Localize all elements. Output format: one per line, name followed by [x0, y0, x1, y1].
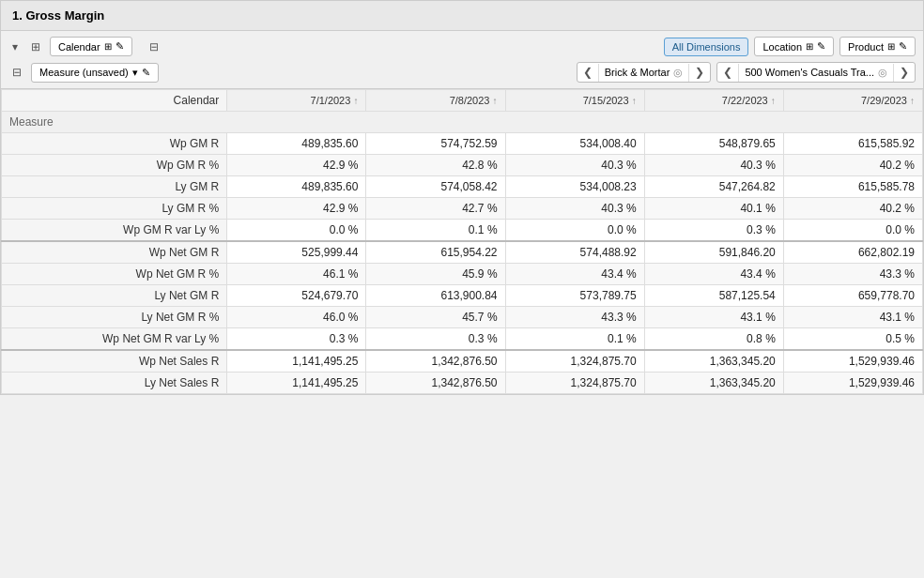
- row-label-10: Wp Net Sales R: [2, 350, 227, 373]
- panel-toggle-button2[interactable]: ⊟: [8, 64, 25, 81]
- cell-6-2: 43.4 %: [505, 264, 644, 285]
- cell-9-3: 0.8 %: [644, 328, 783, 351]
- cell-5-1: 615,954.22: [366, 241, 505, 264]
- cell-8-0: 46.0 %: [227, 307, 366, 328]
- product-target-icon: ◎: [878, 67, 887, 79]
- cell-2-2: 534,008.23: [505, 176, 644, 198]
- calendar-header: Calendar: [2, 90, 227, 112]
- toolbar-row2: ⊟ Measure (unsaved) ▾ ✎ ❮ Brick & Mortar…: [1, 59, 923, 89]
- table-row: Ly Net GM R524,679.70613,900.84573,789.7…: [2, 285, 923, 307]
- cell-10-4: 1,529,939.46: [783, 350, 922, 373]
- table-body: Wp GM R489,835.60574,752.59534,008.40548…: [2, 133, 923, 394]
- cell-11-0: 1,141,495.25: [227, 373, 366, 394]
- cell-4-2: 0.0 %: [505, 220, 644, 242]
- product-edit-icon: ✎: [899, 40, 907, 53]
- cell-6-0: 46.1 %: [227, 264, 366, 285]
- product-button[interactable]: Product ⊞ ✎: [839, 37, 916, 56]
- col-header-2[interactable]: 7/15/2023 ↑: [505, 90, 644, 112]
- row-label-9: Wp Net GM R var Ly %: [2, 328, 227, 351]
- measure-dropdown-icon: ▾: [132, 67, 138, 79]
- collapse-icon: ▾: [12, 40, 18, 53]
- expand-button[interactable]: ⊟: [146, 38, 162, 55]
- panel-icon2: ⊟: [12, 66, 22, 79]
- cell-11-3: 1,363,345.20: [644, 373, 783, 394]
- cell-1-1: 42.8 %: [366, 155, 505, 176]
- cell-1-3: 40.3 %: [644, 155, 783, 176]
- table-row: Wp Net GM R525,999.44615,954.22574,488.9…: [2, 241, 923, 264]
- product-hierarchy-icon: ⊞: [887, 41, 895, 52]
- cell-3-4: 40.2 %: [783, 198, 922, 220]
- cell-11-2: 1,324,875.70: [505, 373, 644, 394]
- cell-4-0: 0.0 %: [227, 220, 366, 242]
- data-table: Calendar 7/1/2023 ↑ 7/8/2023 ↑ 7/15/2023…: [1, 89, 923, 394]
- cell-2-3: 547,264.82: [644, 176, 783, 198]
- product-prev-icon: ❮: [723, 66, 732, 79]
- cell-8-4: 43.1 %: [783, 307, 922, 328]
- col-header-1[interactable]: 7/8/2023 ↑: [366, 90, 505, 112]
- all-dimensions-button[interactable]: All Dimensions: [664, 38, 749, 56]
- cell-10-0: 1,141,495.25: [227, 350, 366, 373]
- toolbar-row1: ▾ ⊞ Calendar ⊞ ✎ ⊟ All Dimensions Locati…: [1, 31, 923, 59]
- table-header-row: Calendar 7/1/2023 ↑ 7/8/2023 ↑ 7/15/2023…: [2, 90, 923, 112]
- cell-11-4: 1,529,939.46: [783, 373, 922, 394]
- product-prev[interactable]: ❮: [717, 63, 738, 82]
- cell-0-0: 489,835.60: [227, 133, 366, 155]
- brick-mortar-nav: ❮ Brick & Mortar ◎ ❯: [577, 62, 712, 83]
- col-header-3[interactable]: 7/22/2023 ↑: [644, 90, 783, 112]
- cell-5-0: 525,999.44: [227, 241, 366, 264]
- row-label-1: Wp GM R %: [2, 155, 227, 176]
- calendar-button[interactable]: Calendar ⊞ ✎: [50, 37, 132, 56]
- row-label-5: Wp Net GM R: [2, 241, 227, 264]
- location-button[interactable]: Location ⊞ ✎: [754, 37, 834, 56]
- expand-icon: ⊟: [149, 40, 159, 53]
- cell-3-1: 42.7 %: [366, 198, 505, 220]
- panel-icon: ⊞: [31, 40, 40, 53]
- dim-nav-section: ❮ Brick & Mortar ◎ ❯ ❮ 500 Women's Casua…: [577, 62, 916, 83]
- cell-7-1: 613,900.84: [366, 285, 505, 307]
- cell-9-0: 0.3 %: [227, 328, 366, 351]
- cell-8-2: 43.3 %: [505, 307, 644, 328]
- measure-select[interactable]: Measure (unsaved) ▾ ✎: [31, 63, 159, 83]
- cell-0-4: 615,585.92: [783, 133, 922, 155]
- product-nav-label: 500 Women's Casuals Tra...: [745, 67, 874, 78]
- cell-0-2: 534,008.40: [505, 133, 644, 155]
- collapse-button[interactable]: ▾: [8, 38, 22, 55]
- cell-3-3: 40.1 %: [644, 198, 783, 220]
- panel-toggle-button[interactable]: ⊞: [27, 38, 44, 55]
- location-hierarchy-icon: ⊞: [806, 41, 813, 52]
- cell-1-4: 40.2 %: [783, 155, 922, 176]
- cell-2-1: 574,058.42: [366, 176, 505, 198]
- sort-arrow-0: ↑: [353, 96, 358, 106]
- location-label: Location: [762, 41, 802, 53]
- brick-mortar-prev[interactable]: ❮: [578, 63, 598, 82]
- cell-11-1: 1,342,876.50: [366, 373, 505, 394]
- table-row: Wp GM R489,835.60574,752.59534,008.40548…: [2, 133, 923, 155]
- main-container: 1. Gross Margin ▾ ⊞ Calendar ⊞ ✎ ⊟ All D…: [0, 0, 924, 395]
- calendar-label: Calendar: [58, 41, 100, 53]
- measure-subheader-row: Measure: [2, 112, 923, 133]
- measure-edit-icon: ✎: [142, 67, 150, 79]
- col-header-4[interactable]: 7/29/2023 ↑: [783, 90, 922, 112]
- measure-label: Measure (unsaved): [39, 67, 129, 78]
- next-icon: ❯: [695, 66, 704, 79]
- product-next[interactable]: ❯: [894, 63, 915, 82]
- cell-0-1: 574,752.59: [366, 133, 505, 155]
- cell-8-1: 45.7 %: [366, 307, 505, 328]
- cell-9-4: 0.5 %: [783, 328, 922, 351]
- hierarchy-icon: ⊞: [104, 41, 112, 52]
- cell-10-1: 1,342,876.50: [366, 350, 505, 373]
- row-label-7: Ly Net GM R: [2, 285, 227, 307]
- cell-7-0: 524,679.70: [227, 285, 366, 307]
- cell-7-3: 587,125.54: [644, 285, 783, 307]
- product-next-icon: ❯: [900, 66, 909, 79]
- cell-4-1: 0.1 %: [366, 220, 505, 242]
- brick-mortar-next[interactable]: ❯: [689, 63, 710, 82]
- row-label-3: Ly GM R %: [2, 198, 227, 220]
- cell-2-4: 615,585.78: [783, 176, 922, 198]
- cell-7-4: 659,778.70: [783, 285, 922, 307]
- cell-4-4: 0.0 %: [783, 220, 922, 242]
- cell-8-3: 43.1 %: [644, 307, 783, 328]
- cell-5-4: 662,802.19: [783, 241, 922, 264]
- col-header-0[interactable]: 7/1/2023 ↑: [227, 90, 366, 112]
- cell-10-2: 1,324,875.70: [505, 350, 644, 373]
